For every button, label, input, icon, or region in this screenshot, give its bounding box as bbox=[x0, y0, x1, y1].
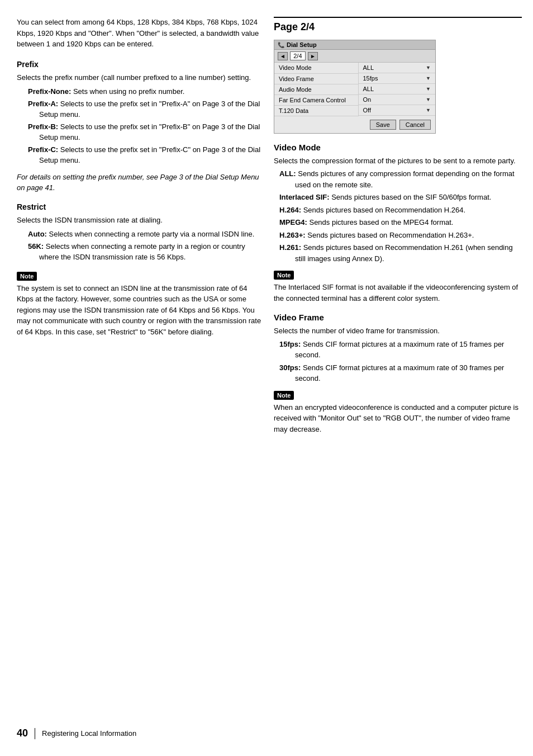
15fps-label: 15fps: bbox=[279, 340, 301, 348]
right-column: Page 2/4 📞 Dial Setup ◄ 2/4 ► Video Mode… bbox=[274, 17, 522, 739]
list-item: 30fps: Sends CIF format pictures at a ma… bbox=[279, 362, 522, 384]
dropdown-arrow-icon[interactable]: ▼ bbox=[426, 86, 431, 92]
video-mode-value: ALL bbox=[363, 64, 374, 71]
note1-content: The Interlaced SIF format is not availab… bbox=[274, 282, 522, 304]
restrict-body: Selects the ISDN transmission rate at di… bbox=[17, 215, 263, 226]
auto-text: Selects when connecting a remote party v… bbox=[49, 230, 255, 238]
intro-text: You can select from among 64 Kbps, 128 K… bbox=[17, 17, 263, 50]
auto-label: Auto: bbox=[28, 230, 47, 238]
setting-value-cell: ALL ▼ bbox=[359, 84, 436, 94]
list-item: MPEG4: Sends pictures based on the MPEG4… bbox=[279, 217, 522, 228]
setting-value-cell: On ▼ bbox=[359, 94, 436, 105]
list-item: 15fps: Sends CIF format pictures at a ma… bbox=[279, 339, 522, 361]
cancel-button[interactable]: Cancel bbox=[399, 120, 431, 130]
mpeg4-text: Sends pictures based on the MPEG4 format… bbox=[309, 218, 453, 226]
dial-setup-title-bar: 📞 Dial Setup bbox=[274, 40, 435, 50]
page-number: 40 bbox=[17, 727, 28, 739]
mpeg4-label: MPEG4: bbox=[279, 218, 307, 226]
56k-label: 56K: bbox=[28, 242, 44, 251]
footer-text: Registering Local Information bbox=[42, 729, 136, 738]
list-item: Prefix-None: Sets when using no prefix n… bbox=[28, 86, 263, 97]
list-item: Auto: Selects when connecting a remote p… bbox=[28, 229, 263, 240]
prefix-heading: Prefix bbox=[17, 60, 263, 69]
interlaced-sif-text: Sends pictures based on the SIF 50/60fps… bbox=[331, 193, 491, 201]
prefix-b-text: Selects to use the prefix set in "Prefix… bbox=[39, 122, 260, 142]
table-row: Far End Camera Control On ▼ bbox=[274, 94, 435, 105]
video-frame-value: 15fps bbox=[363, 75, 378, 82]
right-note1-block: Note The Interlaced SIF format is not av… bbox=[274, 271, 522, 304]
footer-divider bbox=[35, 728, 35, 739]
prefix-a-text: Selects to use the prefix set in "Prefix… bbox=[39, 100, 260, 119]
left-column: You can select from among 64 Kbps, 128 K… bbox=[17, 17, 263, 739]
video-mode-heading: Video Mode bbox=[274, 143, 522, 152]
note1-label: Note bbox=[274, 271, 294, 280]
prefix-b-label: Prefix-B: bbox=[28, 122, 58, 131]
dropdown-arrow-icon[interactable]: ▼ bbox=[426, 107, 431, 113]
setting-value-cell: 15fps ▼ bbox=[359, 73, 436, 84]
prefix-body: Selects the prefix number (call number p… bbox=[17, 72, 263, 83]
page-nav-bar: ◄ 2/4 ► bbox=[274, 50, 435, 63]
prefix-italic-note: For details on setting the prefix number… bbox=[17, 172, 263, 193]
h264-text: Sends pictures based on Recommendation H… bbox=[303, 206, 466, 214]
setting-label: Video Mode bbox=[274, 63, 358, 73]
video-mode-section: Video Mode Selects the compression forma… bbox=[274, 143, 522, 264]
prefix-none-label: Prefix-None: bbox=[28, 87, 71, 96]
list-item: Prefix-B: Selects to use the prefix set … bbox=[28, 121, 263, 143]
restrict-heading: Restrict bbox=[17, 202, 263, 211]
list-item: 56K: Selects when connecting a remote pa… bbox=[28, 241, 263, 263]
video-frame-section: Video Frame Selects the number of video … bbox=[274, 313, 522, 384]
audio-mode-value: ALL bbox=[363, 86, 374, 92]
dropdown-arrow-icon[interactable]: ▼ bbox=[426, 97, 431, 102]
nav-next-button[interactable]: ► bbox=[308, 52, 318, 60]
left-note-block: Note The system is set to connect an ISD… bbox=[17, 272, 263, 338]
list-item: H.264: Sends pictures based on Recommend… bbox=[279, 205, 522, 216]
interlaced-sif-label: Interlaced SIF: bbox=[279, 193, 330, 201]
table-row: Video Mode ALL ▼ bbox=[274, 63, 435, 73]
prefix-c-text: Selects to use the prefix set in "Prefix… bbox=[39, 145, 260, 165]
video-mode-intro: Selects the compression format of the pi… bbox=[274, 155, 522, 167]
30fps-text: Sends CIF format pictures at a maximum r… bbox=[295, 363, 504, 383]
list-item: Prefix-C: Selects to use the prefix set … bbox=[28, 144, 263, 166]
list-item: H.261: Sends pictures based on Recommend… bbox=[279, 242, 522, 264]
setting-label: Audio Mode bbox=[274, 84, 358, 94]
restrict-section: Restrict Selects the ISDN transmission r… bbox=[17, 202, 263, 263]
table-row: T.120 Data Off ▼ bbox=[274, 105, 435, 116]
prefix-none-text: Sets when using no prefix number. bbox=[73, 87, 184, 96]
56k-text: Selects when connecting a remote party i… bbox=[39, 242, 245, 262]
all-text: Sends pictures of any compression format… bbox=[295, 169, 515, 189]
dial-setup-box: 📞 Dial Setup ◄ 2/4 ► Video Mode ALL ▼ Vi… bbox=[274, 40, 436, 134]
dial-setup-title: Dial Setup bbox=[287, 41, 317, 48]
setting-label: Far End Camera Control bbox=[274, 94, 358, 105]
30fps-label: 30fps: bbox=[279, 363, 301, 372]
setting-label: Video Frame bbox=[274, 73, 358, 84]
page-footer: 40 Registering Local Information bbox=[17, 727, 136, 739]
prefix-section: Prefix Selects the prefix number (call n… bbox=[17, 60, 263, 193]
save-button[interactable]: Save bbox=[370, 120, 396, 130]
page-label: Page 2/4 bbox=[274, 17, 522, 33]
note-content: The system is set to connect an ISDN lin… bbox=[17, 283, 263, 338]
note2-label: Note bbox=[274, 391, 294, 400]
h261-text: Sends pictures based on Recommendation H… bbox=[295, 243, 513, 263]
15fps-text: Sends CIF format pictures at a maximum r… bbox=[295, 340, 504, 360]
h263plus-text: Sends pictures based on Recommendation H… bbox=[307, 231, 474, 239]
table-row: Audio Mode ALL ▼ bbox=[274, 84, 435, 94]
dropdown-arrow-icon[interactable]: ▼ bbox=[426, 75, 431, 81]
list-item: Interlaced SIF: Sends pictures based on … bbox=[279, 192, 522, 203]
nav-prev-button[interactable]: ◄ bbox=[278, 52, 288, 60]
list-item: Prefix-A: Selects to use the prefix set … bbox=[28, 98, 263, 120]
dropdown-arrow-icon[interactable]: ▼ bbox=[426, 65, 431, 70]
settings-table: Video Mode ALL ▼ Video Frame 15fps ▼ Aud… bbox=[274, 63, 435, 116]
right-note2-block: Note When an encrypted videoconference i… bbox=[274, 391, 522, 435]
note-label: Note bbox=[17, 272, 37, 281]
list-item: H.263+: Sends pictures based on Recommen… bbox=[279, 230, 522, 241]
h261-label: H.261: bbox=[279, 243, 301, 252]
video-frame-intro: Selects the number of video frame for tr… bbox=[274, 325, 522, 337]
prefix-c-label: Prefix-C: bbox=[28, 145, 58, 154]
far-end-camera-value: On bbox=[363, 96, 372, 103]
list-item: ALL: Sends pictures of any compression f… bbox=[279, 168, 522, 190]
table-row: Video Frame 15fps ▼ bbox=[274, 73, 435, 84]
button-row: Save Cancel bbox=[274, 116, 435, 133]
setting-label: T.120 Data bbox=[274, 105, 358, 116]
setting-value-cell: Off ▼ bbox=[359, 105, 436, 116]
dial-icon: 📞 bbox=[278, 42, 284, 48]
